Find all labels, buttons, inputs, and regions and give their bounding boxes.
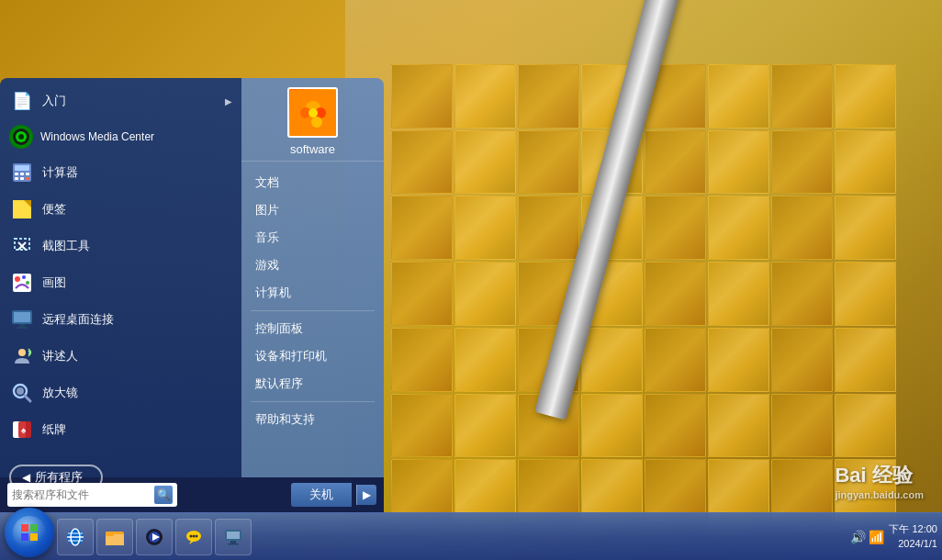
arrow-left-icon: ◀ [22, 471, 30, 484]
right-separator [251, 310, 375, 311]
getting-started-icon: 📄 [9, 88, 35, 114]
menu-item-solitaire[interactable]: ♠ 纸牌 [0, 411, 241, 448]
svg-line-24 [25, 396, 30, 401]
svg-point-15 [22, 275, 26, 279]
user-avatar [287, 87, 338, 138]
start-menu-right-panel: software 文档 图片 音乐 游戏 计算机 控制面板 设备和打印机 默认程… [241, 78, 384, 477]
narrator-icon [9, 343, 35, 369]
menu-item-narrator[interactable]: 讲述人 [0, 338, 241, 375]
start-menu-left-panel: 📄 入门 ▶ Windows Media Center 计算器 [0, 78, 241, 477]
menu-item-stickynotes[interactable]: 便签 [0, 191, 241, 228]
svg-rect-46 [106, 532, 114, 536]
svg-point-34 [308, 108, 318, 118]
snipping-icon [9, 233, 35, 259]
svg-point-2 [18, 134, 24, 140]
username: software [290, 142, 335, 156]
stickynotes-icon [9, 196, 35, 222]
search-button[interactable]: 🔍 [154, 486, 173, 504]
paint-icon [9, 270, 35, 296]
start-orb [13, 516, 46, 549]
magnifier-icon [9, 380, 35, 406]
network-tray-icon: 📶 [869, 530, 884, 544]
menu-item-remote-desktop[interactable]: 远程桌面连接 [0, 301, 241, 338]
search-box[interactable]: 🔍 [7, 483, 177, 507]
taskbar-explorer-button[interactable] [96, 519, 133, 555]
user-section: software [241, 78, 384, 162]
menu-item-devices-printers[interactable]: 设备和打印机 [241, 342, 384, 370]
menu-item-computer[interactable]: 计算机 [241, 279, 384, 307]
menu-item-control-panel[interactable]: 控制面板 [241, 315, 384, 342]
svg-rect-8 [15, 177, 18, 180]
menu-item-windows-media-center[interactable]: Windows Media Center [0, 119, 241, 154]
menu-item-calculator[interactable]: 计算器 [0, 154, 241, 191]
taskbar-network-button[interactable] [215, 519, 252, 555]
clock: 下午 12:00 2024/1/1 [889, 522, 937, 551]
menu-item-music[interactable]: 音乐 [241, 224, 384, 252]
menu-item-games[interactable]: 游戏 [241, 252, 384, 279]
search-input[interactable] [12, 488, 150, 501]
menu-item-getting-started[interactable]: 📄 入门 ▶ [0, 83, 241, 119]
taskbar: 🔊 📶 下午 12:00 2024/1/1 [0, 512, 942, 560]
svg-rect-36 [30, 524, 38, 532]
right-separator2 [251, 401, 375, 402]
svg-rect-10 [26, 177, 29, 180]
media-center-icon [9, 125, 33, 149]
start-menu-left-items: 📄 入门 ▶ Windows Media Center 计算器 [0, 78, 241, 453]
shutdown-arrow-button[interactable]: ▶ [356, 485, 376, 505]
svg-point-54 [196, 534, 198, 537]
calculator-icon [9, 160, 35, 185]
volume-icon: 🔊 [850, 530, 866, 544]
svg-point-53 [193, 534, 196, 537]
svg-rect-37 [21, 533, 28, 541]
taskbar-chat-button[interactable] [175, 519, 212, 555]
shutdown-button[interactable]: 关机 [291, 483, 352, 507]
taskbar-ie-button[interactable] [57, 519, 94, 555]
desktop-tile-decoration [391, 64, 896, 523]
taskbar-system-tray: 🔊 📶 下午 12:00 2024/1/1 [850, 522, 937, 551]
svg-rect-38 [30, 533, 38, 541]
menu-item-snipping[interactable]: 截图工具 [0, 228, 241, 264]
svg-point-16 [26, 281, 29, 285]
start-menu: 📄 入门 ▶ Windows Media Center 计算器 [0, 78, 384, 512]
remote-desktop-icon [9, 307, 35, 332]
svg-rect-20 [17, 327, 28, 329]
svg-rect-35 [21, 524, 28, 532]
baidu-watermark: Bai 经验 jingyan.baidu.com [835, 462, 924, 500]
right-menu-items: 文档 图片 音乐 游戏 计算机 控制面板 设备和打印机 默认程序 帮助和支持 [241, 162, 384, 441]
svg-rect-56 [227, 532, 240, 539]
arrow-icon: ▶ [225, 96, 232, 106]
menu-item-help-support[interactable]: 帮助和支持 [241, 406, 384, 433]
svg-rect-5 [15, 173, 18, 175]
menu-item-documents[interactable]: 文档 [241, 169, 384, 196]
svg-rect-19 [19, 324, 25, 327]
svg-rect-57 [230, 541, 236, 543]
menu-item-paint[interactable]: 画图 [0, 264, 241, 301]
menu-item-pictures[interactable]: 图片 [241, 196, 384, 224]
svg-rect-18 [14, 312, 30, 322]
menu-item-magnifier[interactable]: 放大镜 [0, 375, 241, 411]
start-button[interactable] [5, 508, 54, 557]
svg-point-33 [311, 117, 322, 128]
svg-marker-51 [189, 541, 195, 544]
svg-point-14 [15, 276, 20, 282]
svg-rect-9 [20, 177, 24, 180]
menu-item-default-programs[interactable]: 默认程序 [241, 370, 384, 398]
search-icon: 🔍 [157, 488, 171, 501]
solitaire-icon: ♠ [9, 417, 35, 442]
svg-text:♠: ♠ [21, 425, 27, 435]
svg-point-21 [18, 349, 26, 356]
svg-rect-58 [228, 543, 239, 545]
svg-point-52 [190, 534, 193, 537]
svg-rect-7 [26, 173, 29, 175]
taskbar-mediaplayer-button[interactable] [136, 519, 173, 555]
svg-rect-6 [20, 173, 24, 175]
start-menu-body: 📄 入门 ▶ Windows Media Center 计算器 [0, 78, 384, 477]
svg-rect-4 [15, 165, 29, 171]
svg-point-23 [17, 387, 24, 395]
